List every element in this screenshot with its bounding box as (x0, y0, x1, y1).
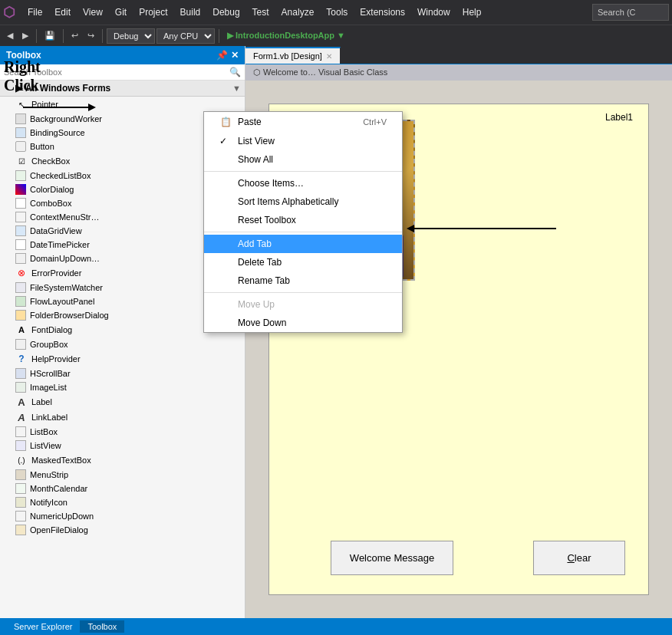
ctx-renametab-label: Rename Tab (238, 275, 290, 286)
menu-extensions[interactable]: Extensions (354, 4, 411, 21)
ctx-addtab[interactable]: Add Tab (204, 235, 402, 253)
list-item[interactable]: ↖Pointer (0, 97, 245, 112)
list-item[interactable]: ListView (0, 439, 245, 452)
ctx-check-icon: ✓ (219, 136, 232, 146)
ctx-movedown[interactable]: Move Down (204, 314, 402, 332)
menu-git[interactable]: Git (109, 4, 133, 21)
tab-close-icon[interactable]: ✕ (326, 52, 332, 61)
menu-test[interactable]: Test (246, 4, 275, 21)
clear-underline-c: C (567, 552, 574, 564)
start-button[interactable]: ▶ IntroductionDesktopApp ▼ (223, 29, 349, 42)
paste-icon: 📋 (219, 116, 232, 128)
list-item[interactable]: ?HelpProvider (0, 351, 245, 367)
menu-debug[interactable]: Debug (206, 4, 245, 21)
filesystemwatcher-icon (15, 282, 26, 293)
ctx-renametab[interactable]: Rename Tab (204, 271, 402, 290)
welcome-message-button[interactable]: Welcome Message (331, 541, 453, 575)
ctx-deletetab[interactable]: Delete Tab (204, 253, 402, 271)
list-item[interactable]: NumericUpDown (0, 509, 245, 523)
openfiledialog-icon (15, 525, 26, 535)
toolbox-search-bar: 🔍 (0, 64, 245, 81)
toolbox-title: Toolbox (6, 50, 41, 61)
debug-config-dropdown[interactable]: Debug (107, 28, 155, 44)
list-item[interactable]: MonthCalendar (0, 482, 245, 495)
list-item[interactable]: GroupBox (0, 337, 245, 351)
toolbox-pin-icon[interactable]: 📌 (216, 50, 228, 61)
ctx-sortalpha[interactable]: Sort Items Alphabetically (204, 192, 402, 211)
list-item[interactable]: ListBox (0, 425, 245, 439)
toolbox-close-icon[interactable]: ✕ (231, 50, 239, 61)
ctx-sep1 (204, 171, 402, 172)
label1-element[interactable]: Label1 (605, 112, 633, 123)
datetimepicker-icon (15, 239, 26, 250)
bgworker-icon (15, 114, 26, 124)
combobox-icon (15, 198, 26, 209)
numericupdown-icon (15, 511, 26, 521)
toolbar-redo[interactable]: ↪ (84, 29, 98, 42)
ctx-paste[interactable]: 📋 Paste Ctrl+V (204, 112, 402, 132)
toolbar-forward[interactable]: ▶ (18, 29, 32, 42)
fontdialog-icon: A (15, 324, 28, 336)
tab-strip: Form1.vb [Design] ✕ (245, 46, 672, 64)
menu-window[interactable]: Window (411, 4, 456, 21)
folderbrowserdialog-icon (15, 310, 26, 321)
section-arrow-icon: ▶ (15, 83, 22, 94)
domainupdown-icon (15, 253, 26, 264)
listbox-icon (15, 426, 26, 437)
list-item[interactable]: ImageList (0, 380, 245, 394)
status-server-explorer[interactable]: Server Explorer (6, 620, 80, 633)
menu-file[interactable]: File (21, 4, 48, 21)
toolbar-sep4 (219, 29, 219, 43)
clear-button[interactable]: Clear (533, 541, 625, 575)
menu-project[interactable]: Project (133, 4, 173, 21)
vs-logo: ⬡ (3, 4, 15, 21)
list-item[interactable]: ALinkLabel (0, 410, 245, 425)
list-item[interactable]: MenuStrip (0, 468, 245, 482)
ctx-addtab-label: Add Tab (238, 239, 272, 249)
context-menu: 📋 Paste Ctrl+V ✓ List View Show All Choo… (203, 111, 403, 333)
toolbar-save[interactable]: 💾 (41, 29, 59, 42)
errorprovider-icon: ⊗ (15, 267, 28, 279)
tab-form1-design[interactable]: Form1.vb [Design] ✕ (245, 47, 341, 64)
menu-tools[interactable]: Tools (320, 4, 354, 21)
ctx-moveup-label: Move Up (238, 299, 275, 310)
toolbar-undo[interactable]: ↩ (68, 29, 82, 42)
ctx-paste-shortcut: Ctrl+V (363, 117, 387, 127)
ctx-listview[interactable]: ✓ List View (204, 132, 402, 150)
ctx-sortalpha-label: Sort Items Alphabetically (238, 196, 338, 207)
toolbox-section-header[interactable]: ▶ All Windows Forms ▼ (0, 81, 245, 97)
list-item[interactable]: NotifyIcon (0, 495, 245, 509)
menu-search-input[interactable] (592, 4, 669, 21)
menu-analyze[interactable]: Analyze (275, 4, 321, 21)
status-toolbox[interactable]: Toolbox (80, 620, 124, 633)
toolbar-sep2 (63, 29, 64, 43)
ctx-moveup: Move Up (204, 295, 402, 314)
listview-icon (15, 440, 26, 451)
hscrollbar-icon (15, 368, 26, 379)
monthcalendar-icon (15, 483, 26, 494)
list-item[interactable]: (.)MaskedTextBox (0, 452, 245, 468)
ctx-sep3 (204, 292, 402, 293)
platform-dropdown[interactable]: Any CPU (156, 28, 215, 44)
list-item[interactable]: OpenFileDialog (0, 523, 245, 537)
tab-label: Form1.vb [Design] (253, 51, 322, 61)
menu-build[interactable]: Build (174, 4, 207, 21)
maskedtextbox-icon: (.) (15, 454, 28, 466)
ctx-movedown-label: Move Down (238, 318, 286, 328)
ctx-paste-label: Paste (238, 117, 262, 127)
ctx-resettoolbox-label: Reset Toolbox (238, 215, 296, 225)
ctx-resettoolbox[interactable]: Reset Toolbox (204, 211, 402, 229)
ctx-deletetab-label: Delete Tab (238, 257, 282, 268)
ctx-showall[interactable]: Show All (204, 150, 402, 169)
menu-help[interactable]: Help (456, 4, 488, 21)
menu-edit[interactable]: Edit (48, 4, 77, 21)
list-item[interactable]: HScrollBar (0, 367, 245, 380)
list-item[interactable]: ALabel (0, 394, 245, 410)
menu-view[interactable]: View (77, 4, 109, 21)
section-expand-icon: ▼ (232, 84, 241, 93)
ctx-chooseitems[interactable]: Choose Items… (204, 174, 402, 192)
search-icon: 🔍 (229, 67, 241, 77)
checkedlistbox-icon (15, 170, 26, 181)
toolbox-search-input[interactable] (4, 67, 229, 77)
toolbar-back[interactable]: ◀ (3, 29, 17, 42)
